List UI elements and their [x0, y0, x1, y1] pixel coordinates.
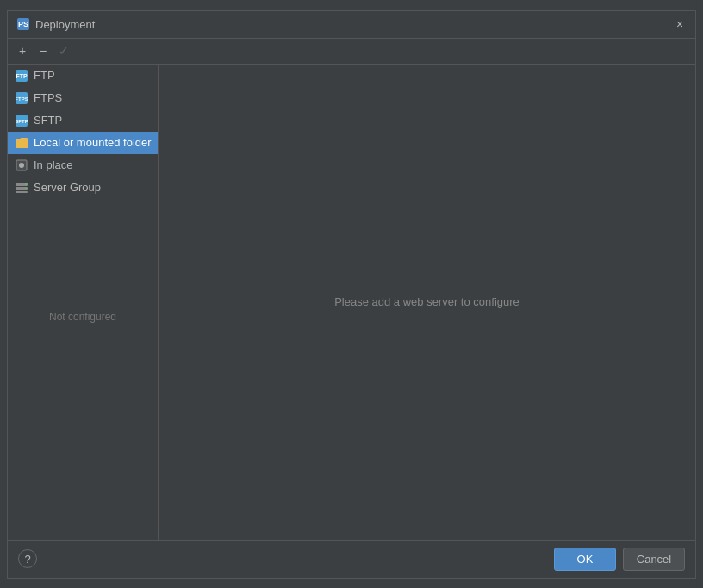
main-placeholder: Please add a web server to configure — [334, 295, 519, 308]
local-folder-icon — [15, 136, 28, 150]
main-content: Please add a web server to configure — [159, 65, 695, 540]
ftp-label: FTP — [34, 69, 55, 82]
title-bar: PS Deployment × — [8, 11, 695, 39]
svg-point-14 — [25, 183, 27, 185]
deployment-dialog: PS Deployment × + − ✓ FTP — [7, 10, 696, 579]
toolbar: + − ✓ — [8, 39, 695, 65]
sftp-label: SFTP — [34, 114, 62, 127]
ok-button[interactable]: OK — [554, 548, 616, 571]
svg-text:PS: PS — [18, 20, 28, 28]
content-area: FTP FTP FTPS FTPS — [8, 65, 695, 540]
server-group-label: Server Group — [34, 181, 101, 194]
footer-buttons: OK Cancel — [554, 548, 685, 571]
not-configured-text: Not configured — [8, 294, 158, 540]
menu-item-ftp[interactable]: FTP FTP — [8, 65, 158, 87]
confirm-button[interactable]: ✓ — [54, 41, 73, 60]
menu-list: FTP FTP FTPS FTPS — [8, 65, 158, 294]
local-mounted-label: Local or mounted folder — [34, 136, 152, 149]
ftps-label: FTPS — [34, 91, 62, 104]
inplace-icon — [15, 158, 28, 172]
svg-rect-8 — [16, 141, 28, 148]
svg-rect-13 — [16, 191, 28, 193]
title-bar-left: PS Deployment — [16, 17, 95, 31]
menu-item-local-mounted[interactable]: Local or mounted folder — [8, 132, 158, 154]
sidebar: FTP FTP FTPS FTPS — [8, 65, 159, 540]
app-icon: PS — [16, 17, 30, 31]
svg-point-10 — [19, 163, 24, 168]
footer: ? OK Cancel — [8, 540, 695, 578]
help-button[interactable]: ? — [18, 549, 37, 568]
svg-point-15 — [25, 188, 27, 189]
svg-text:FTP: FTP — [16, 73, 28, 79]
add-button[interactable]: + — [13, 41, 32, 60]
menu-item-server-group[interactable]: Server Group — [8, 176, 158, 199]
dialog-title: Deployment — [35, 18, 95, 31]
server-group-icon — [15, 181, 28, 195]
svg-text:FTPS: FTPS — [16, 96, 28, 102]
cancel-button[interactable]: Cancel — [623, 548, 685, 571]
ftp-icon: FTP — [15, 69, 28, 83]
menu-item-inplace[interactable]: In place — [8, 154, 158, 176]
menu-item-ftps[interactable]: FTPS FTPS — [8, 87, 158, 109]
ftps-icon: FTPS — [15, 91, 28, 105]
menu-item-sftp[interactable]: SFTP SFTP — [8, 109, 158, 132]
remove-button[interactable]: − — [34, 41, 53, 60]
svg-text:SFTP: SFTP — [16, 119, 28, 124]
close-button[interactable]: × — [673, 17, 687, 31]
inplace-label: In place — [34, 158, 73, 171]
sftp-icon: SFTP — [15, 114, 28, 127]
